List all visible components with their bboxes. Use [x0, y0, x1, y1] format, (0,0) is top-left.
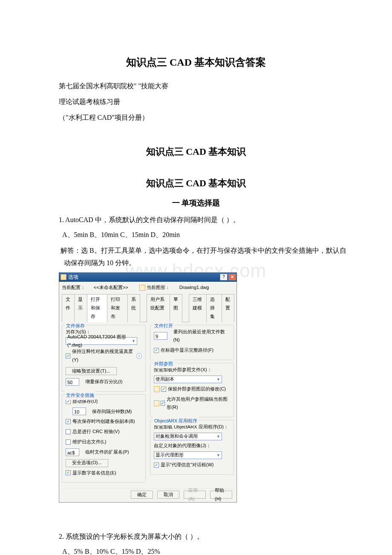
group-file-safety: 文件安全措施 ✓ 自动保存(U) 10 保存间隔分钟数(M) ✓ 每次保存时均创…	[62, 394, 146, 483]
recent-files-label: 要列出的最近使用文件数(N)	[173, 328, 230, 345]
group-xref-title: 外部参照	[153, 360, 174, 368]
crc-label: 总是进行 CRC 校验(V)	[72, 428, 120, 436]
saveas-value: AutoCAD 2004/LT2004 图形 (*.dwg)	[67, 333, 132, 350]
group-file-save: 文件保存 另存为(S)： AutoCAD 2004/LT2004 图形 (*.d…	[62, 325, 146, 392]
digital-sig-label: 显示数字签名信息(E)	[72, 469, 116, 477]
drawing-icon	[154, 386, 160, 392]
backup-checkbox[interactable]: ✓	[66, 419, 71, 424]
drawing-icon	[139, 285, 145, 291]
annot-fidelity-checkbox[interactable]: ✓	[66, 353, 70, 358]
saveas-dropdown[interactable]: AutoCAD 2004/LT2004 图形 (*.dwg) ▼	[66, 337, 137, 345]
incremental-save-input[interactable]: 50	[66, 378, 79, 386]
apply-button[interactable]: 应用(A)	[184, 491, 206, 499]
dialog-titlebar: 选项 ? ✕	[59, 272, 237, 282]
xref-load-dropdown[interactable]: 使用副本 ▼	[154, 376, 222, 383]
keep-xref-layer-checkbox[interactable]: ✓	[161, 387, 166, 392]
section-header-mcq: 一 单项选择题	[43, 196, 349, 210]
annot-fidelity-label: 保持注释性对象的视觉逼真度(Y)	[72, 347, 135, 364]
thumbnail-settings-button[interactable]: 缩略预览设置(T)...	[66, 367, 117, 375]
temp-ext-label: 临时文件的扩展名(P)	[85, 448, 129, 457]
page-title: 知识点三 CAD 基本知识含答案	[43, 53, 349, 72]
proxy-image-value: 显示代理图形	[156, 451, 184, 460]
fullpath-checkbox[interactable]: ✓	[154, 348, 159, 353]
tab-user-prefs[interactable]: 用户系统配置	[147, 294, 170, 322]
current-drawing-value: Drawing1.dwg	[179, 283, 209, 292]
group-file-safety-title: 文件安全措施	[65, 391, 95, 400]
tab-plot-publish[interactable]: 打印和发布	[107, 294, 128, 322]
question-2-options: A、5% B、10% C、15% D、25%	[62, 546, 349, 555]
security-options-button[interactable]: 安全选项(O)...	[66, 459, 108, 467]
question-1-text: 1. AutoCAD 中，系统默认的文件自动保存间隔时间是（ ）。	[59, 214, 349, 226]
subtitle-2: 知识点三 CAD 基本知识	[43, 175, 349, 192]
allow-xref-edit-checkbox[interactable]: ✓	[161, 401, 165, 406]
proxy-image-label: 自定义对象的代理图像(J)：	[154, 442, 230, 450]
group-file-open-title: 文件打开	[153, 322, 174, 330]
temp-ext-input[interactable]: ac$	[66, 448, 79, 456]
chevron-down-icon: ▼	[216, 452, 220, 459]
fullpath-label: 在标题中显示完整路径(F)	[161, 346, 213, 355]
autosave-interval-input[interactable]: 10	[72, 408, 86, 415]
group-objectarx-title: ObjectARX 应用程序	[153, 417, 199, 425]
backup-label: 每次保存时均创建备份副本(B)	[72, 417, 135, 426]
chevron-down-icon: ▼	[132, 338, 135, 344]
intro-line-1: 第七届全国水利高职院校" "技能大赛	[59, 80, 349, 92]
current-config-value: <<未命名配置>>	[94, 283, 128, 292]
tab-open-save[interactable]: 打开和保存	[87, 294, 108, 322]
tab-display[interactable]: 显示	[74, 294, 87, 322]
xref-load-value: 使用副本	[156, 375, 174, 384]
intro-line-3: （"水利工程 CAD"项目分册）	[59, 112, 349, 124]
keep-xref-layer-label: 保留外部参照图层的修改(C)	[168, 385, 226, 393]
tab-3d-modeling[interactable]: 三维建模	[189, 294, 207, 322]
question-2-text: 2. 系统预设的十字光标长度为屏幕大小的（ ）。	[59, 531, 349, 543]
proxy-image-dropdown[interactable]: 显示代理图形 ▼	[154, 451, 222, 459]
subtitle-1: 知识点三 CAD 基本知识	[43, 143, 349, 160]
question-1-answer: 解答：选 B。打开工具菜单，选中选项命令，在打开与保存选项卡中的文件安全措施中，…	[64, 245, 349, 269]
group-file-save-title: 文件保存	[65, 322, 86, 330]
logfile-checkbox[interactable]	[66, 439, 71, 445]
crc-checkbox[interactable]	[66, 429, 71, 434]
tab-bar: 文件 显示 打开和保存 打印和发布 系统 用户系统配置 草图 三维建模 选择集 …	[62, 294, 234, 322]
intro-line-2: 理论试题考核练习册	[59, 96, 349, 108]
autosave-interval-label: 保存间隔分钟数(M)	[92, 408, 132, 416]
group-file-open: 文件打开 9 要列出的最近使用文件数(N) ✓ 在标题中显示完整路径(F)	[150, 325, 234, 360]
allow-xref-edit-label: 允许其他用户参照编辑当前图形(R)	[167, 395, 230, 412]
cancel-button[interactable]: 取消	[157, 491, 179, 499]
recent-files-input[interactable]: 9	[154, 332, 167, 340]
chevron-down-icon: ▼	[216, 433, 220, 440]
group-xref: 外部参照 按需加载外部参照文件(X)： 使用副本 ▼ ✓ 保留外部参照图层的修改…	[150, 363, 234, 417]
logfile-label: 维护日志文件(L)	[72, 438, 106, 446]
dialog-title-text: 选项	[68, 273, 78, 282]
digital-sig-checkbox[interactable]: ✓	[66, 470, 71, 475]
show-proxy-dialog-label: 显示"代理信息"对话框(W)	[161, 461, 214, 469]
current-config-label: 当前配置：	[62, 283, 85, 292]
show-proxy-dialog-checkbox[interactable]: ✓	[154, 462, 159, 468]
info-icon[interactable]: i	[136, 353, 142, 359]
tab-profiles[interactable]: 配置	[222, 294, 234, 322]
help-window-button[interactable]: ?	[220, 274, 228, 280]
incremental-save-label: 增量保存百分比(I)	[85, 378, 122, 386]
arx-load-value: 对象检测和命令调用	[156, 432, 198, 441]
current-drawing-label: 当前图形：	[147, 283, 170, 292]
close-window-button[interactable]: ✕	[228, 274, 236, 280]
question-1-options: A、5min B、10min C、15min D、20min	[62, 229, 349, 241]
tab-system[interactable]: 系统	[127, 294, 140, 322]
options-dialog: 选项 ? ✕ 当前配置： <<未命名配置>> 当前图形： Drawing1.dw…	[59, 272, 237, 503]
group-objectarx: ObjectARX 应用程序 按需加载 ObjectARX 应用程序(D)： 对…	[150, 420, 234, 474]
tab-file[interactable]: 文件	[62, 294, 75, 322]
drawing-icon	[154, 400, 159, 406]
help-button[interactable]: 帮助(H)	[210, 491, 232, 499]
dialog-title-icon	[61, 274, 66, 280]
chevron-down-icon: ▼	[216, 376, 220, 383]
arx-load-dropdown[interactable]: 对象检测和命令调用 ▼	[154, 433, 222, 440]
tab-drafting[interactable]: 草图	[170, 294, 182, 322]
ok-button[interactable]: 确定	[131, 491, 153, 499]
tab-selection[interactable]: 选择集	[206, 294, 222, 322]
